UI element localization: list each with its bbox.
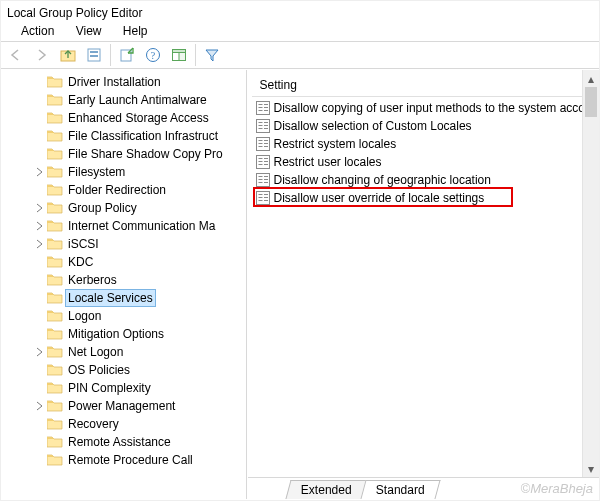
tree-node-label: iSCSI — [65, 235, 102, 253]
folder-icon — [47, 326, 63, 343]
expander-empty — [33, 274, 45, 286]
setting-icon — [256, 101, 270, 115]
expander-empty — [33, 382, 45, 394]
tree-node[interactable]: Filesystem — [47, 163, 246, 181]
expander-empty — [33, 76, 45, 88]
chevron-right-icon[interactable] — [33, 238, 45, 250]
folder-icon — [47, 146, 63, 163]
tree-node[interactable]: Net Logon — [47, 343, 246, 361]
chevron-right-icon[interactable] — [33, 400, 45, 412]
expander-empty — [33, 310, 45, 322]
chevron-right-icon[interactable] — [33, 346, 45, 358]
expander-empty — [33, 454, 45, 466]
tree-node[interactable]: Enhanced Storage Access — [47, 109, 246, 127]
options-button[interactable] — [82, 43, 106, 67]
tree-node-label: Kerberos — [65, 271, 120, 289]
column-header-setting[interactable]: Setting — [252, 74, 596, 97]
setting-row[interactable]: Restrict user locales — [252, 153, 596, 171]
tree-node[interactable]: KDC — [47, 253, 246, 271]
chevron-right-icon[interactable] — [33, 202, 45, 214]
tab-extended[interactable]: Extended — [285, 480, 367, 499]
setting-icon — [256, 173, 270, 187]
setting-label: Restrict user locales — [274, 155, 382, 169]
preview-pane-button[interactable] — [167, 43, 191, 67]
chevron-right-icon[interactable] — [33, 166, 45, 178]
folder-icon — [47, 92, 63, 109]
tree-node[interactable]: Kerberos — [47, 271, 246, 289]
folder-icon — [47, 344, 63, 361]
folder-icon — [47, 254, 63, 271]
tree-node[interactable]: Folder Redirection — [47, 181, 246, 199]
tree-node-label: Logon — [65, 307, 104, 325]
setting-label: Disallow selection of Custom Locales — [274, 119, 472, 133]
export-button[interactable] — [115, 43, 139, 67]
tree-node-label: OS Policies — [65, 361, 133, 379]
tree-node[interactable]: OS Policies — [47, 361, 246, 379]
tree-node-label: Filesystem — [65, 163, 128, 181]
tree-node[interactable]: Early Launch Antimalware — [47, 91, 246, 109]
tree-node[interactable]: File Share Shadow Copy Pro — [47, 145, 246, 163]
tree-node-label: Mitigation Options — [65, 325, 167, 343]
setting-row[interactable]: Disallow changing of geographic location — [252, 171, 596, 189]
tree-node[interactable]: Power Management — [47, 397, 246, 415]
scroll-down-icon[interactable]: ▾ — [583, 460, 599, 477]
tree-node[interactable]: PIN Complexity — [47, 379, 246, 397]
scroll-up-icon[interactable]: ▴ — [583, 70, 599, 87]
folder-icon — [47, 236, 63, 253]
setting-row[interactable]: Restrict system locales — [252, 135, 596, 153]
expander-empty — [33, 292, 45, 304]
tree-node[interactable]: Locale Services — [47, 289, 246, 307]
folder-icon — [47, 398, 63, 415]
folder-icon — [47, 128, 63, 145]
tree-node-label: Early Launch Antimalware — [65, 91, 210, 109]
menu-help[interactable]: Help — [123, 24, 148, 38]
folder-icon — [47, 290, 63, 307]
tree-node[interactable]: Remote Assistance — [47, 433, 246, 451]
folder-icon — [47, 416, 63, 433]
folder-icon — [47, 452, 63, 469]
tree-node[interactable]: Logon — [47, 307, 246, 325]
folder-icon — [47, 110, 63, 127]
expander-empty — [33, 328, 45, 340]
expander-empty — [33, 436, 45, 448]
tree-node[interactable]: iSCSI — [47, 235, 246, 253]
expander-empty — [33, 364, 45, 376]
tab-standard[interactable]: Standard — [361, 480, 441, 499]
setting-row[interactable]: Disallow user override of locale setting… — [252, 189, 596, 207]
chevron-right-icon[interactable] — [33, 220, 45, 232]
folder-icon — [47, 218, 63, 235]
tree-node[interactable]: Recovery — [47, 415, 246, 433]
setting-row[interactable]: Disallow copying of user input methods t… — [252, 99, 596, 117]
expander-empty — [33, 148, 45, 160]
folder-icon — [47, 308, 63, 325]
tree-node[interactable]: Driver Installation — [47, 73, 246, 91]
setting-label: Restrict system locales — [274, 137, 397, 151]
vertical-scrollbar[interactable]: ▴ ▾ — [582, 70, 599, 477]
setting-label: Disallow user override of locale setting… — [274, 191, 485, 205]
toolbar-separator — [110, 44, 111, 66]
menu-bar: Action View Help — [1, 22, 599, 41]
folder-icon — [47, 272, 63, 289]
tree-node[interactable]: Group Policy — [47, 199, 246, 217]
tree-node[interactable]: Remote Procedure Call — [47, 451, 246, 469]
tree-node-label: Internet Communication Ma — [65, 217, 218, 235]
menu-action[interactable]: Action — [21, 24, 54, 38]
menu-view[interactable]: View — [76, 24, 102, 38]
back-button — [4, 43, 28, 67]
setting-row[interactable]: Disallow selection of Custom Locales — [252, 117, 596, 135]
toolbar — [1, 41, 599, 69]
tree-node[interactable]: File Classification Infrastruct — [47, 127, 246, 145]
up-folder-button[interactable] — [56, 43, 80, 67]
tree-node[interactable]: Mitigation Options — [47, 325, 246, 343]
setting-label: Disallow changing of geographic location — [274, 173, 491, 187]
tree-node-label: Remote Assistance — [65, 433, 174, 451]
expander-empty — [33, 418, 45, 430]
scroll-thumb[interactable] — [585, 87, 597, 117]
help-button[interactable] — [141, 43, 165, 67]
filter-button[interactable] — [200, 43, 224, 67]
window-title: Local Group Policy Editor — [1, 1, 599, 22]
tree-node[interactable]: Internet Communication Ma — [47, 217, 246, 235]
tree-pane[interactable]: Driver InstallationEarly Launch Antimalw… — [1, 70, 247, 499]
setting-label: Disallow copying of user input methods t… — [274, 101, 596, 115]
tree-node-label: Power Management — [65, 397, 178, 415]
